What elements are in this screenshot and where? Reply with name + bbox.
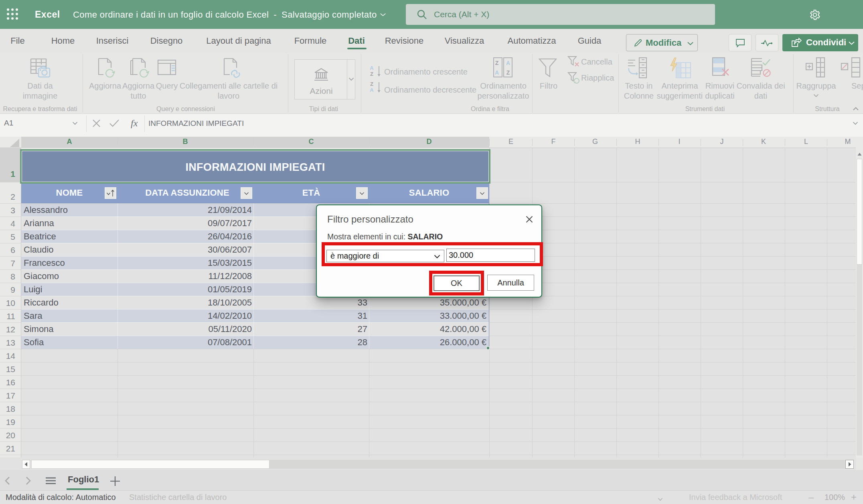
svg-text:Z: Z [495,60,499,66]
svg-text:A: A [370,65,374,71]
svg-text:A: A [370,87,374,93]
svg-text:A: A [495,69,499,76]
svg-text:Z: Z [506,69,510,76]
svg-text:Z: Z [370,71,373,77]
svg-text:Z: Z [370,81,373,87]
svg-text:A: A [506,60,510,66]
